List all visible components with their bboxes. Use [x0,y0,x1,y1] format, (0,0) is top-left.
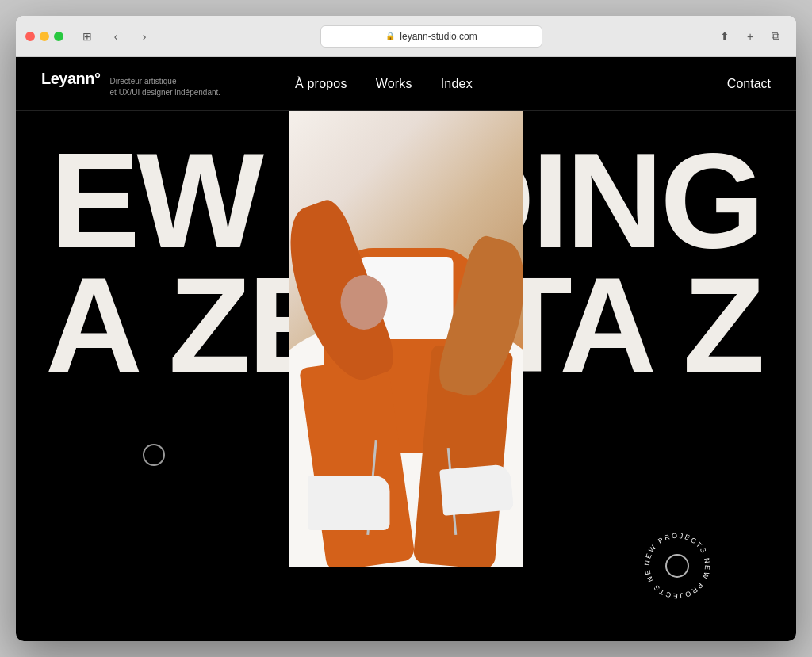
shoe-left [308,476,389,530]
tabs-button[interactable]: ⧉ [764,25,787,48]
badge-center [665,554,689,578]
back-button[interactable]: ‹ [105,25,127,48]
nav-contact[interactable]: Contact [727,77,771,91]
website: Leyann° Directeur artistique et UX/UI de… [16,57,796,641]
lock-icon: 🔒 [385,32,395,40]
nav-link-works[interactable]: Works [376,77,412,91]
share-button[interactable]: ⬆ [714,25,736,48]
cursor-circle [143,444,165,466]
url-text: leyann-studio.com [400,31,477,42]
traffic-lights [25,32,63,41]
nav-right: Contact [644,77,771,91]
hero-section: EW B DING A ZET ETA Z [16,111,796,641]
nav-center: À propos Works Index [263,77,644,91]
close-button[interactable] [25,32,35,41]
rotating-badge: NEW PROJECTS NEW PROJECTS NEW PROJECTS [638,526,717,605]
forward-button[interactable]: › [133,25,155,48]
nav-link-apropos[interactable]: À propos [295,77,347,91]
new-tab-button[interactable]: + [739,25,761,48]
hero-image [289,111,523,567]
browser-chrome: ⊞ ‹ › 🔒 leyann-studio.com ⬆ + ⧉ [16,16,796,57]
tagline-line1: Directeur artistique [110,76,221,87]
main-nav: Leyann° Directeur artistique et UX/UI de… [16,57,796,111]
hero-image-placeholder [289,111,523,567]
address-bar[interactable]: 🔒 leyann-studio.com [320,25,542,48]
nav-link-index[interactable]: Index [441,77,473,91]
tagline-line2: et UX/UI designer indépendant. [110,87,221,98]
nav-logo: Leyann° [41,70,101,88]
sidebar-toggle-button[interactable]: ⊞ [76,25,98,48]
browser-window: ⊞ ‹ › 🔒 leyann-studio.com ⬆ + ⧉ Leyann° … [16,16,796,641]
maximize-button[interactable] [54,32,63,41]
shoe-right [439,464,513,515]
nav-tagline: Directeur artistique et UX/UI designer i… [110,76,221,98]
address-bar-container: 🔒 leyann-studio.com [162,25,701,48]
nav-brand: Leyann° Directeur artistique et UX/UI de… [41,70,263,98]
hand [340,275,387,330]
browser-actions: ⬆ + ⧉ [714,25,787,48]
minimize-button[interactable] [40,32,49,41]
